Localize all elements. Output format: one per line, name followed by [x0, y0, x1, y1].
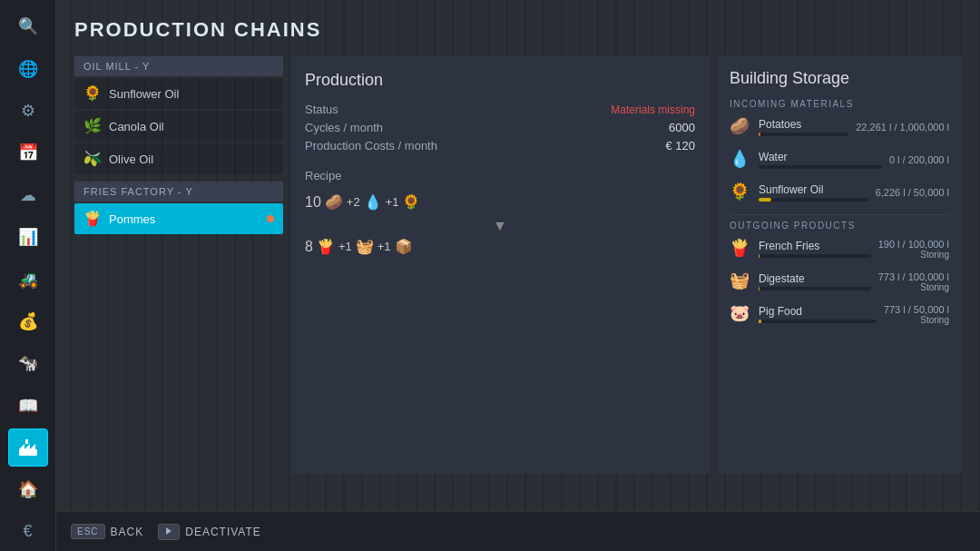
recipe-title: Recipe	[305, 169, 695, 182]
back-button[interactable]: ESC BACK	[71, 524, 143, 539]
potato-name: Potatoes	[759, 118, 848, 131]
money-icon: 💰	[18, 311, 38, 331]
sidebar-item-factory[interactable]	[8, 428, 48, 467]
sidebar-item-tractor[interactable]: 🚜	[8, 260, 48, 298]
costs-row: Production Costs / month € 120	[305, 139, 695, 153]
fries-bar-wrap	[759, 254, 871, 258]
cycles-row: Cycles / month 6000	[305, 121, 695, 134]
plus2: +2	[347, 195, 360, 209]
potato-amount: 10	[305, 194, 321, 211]
chain-item-pommes-label: Pommes	[109, 212, 155, 226]
deactivate-button[interactable]: DEACTIVATE	[158, 524, 261, 540]
chain-item-canola-oil[interactable]: 🌿 Canola Oil	[74, 111, 283, 142]
water-name: Water	[759, 151, 882, 163]
out-plus1a: +1	[338, 240, 352, 253]
water-storage-icon: 💧	[730, 149, 751, 171]
globe-icon: 🌐	[18, 59, 38, 79]
production-panel: Production Status Materials missing Cycl…	[290, 56, 710, 474]
water-qty: 0 l / 200,000 l	[889, 154, 949, 165]
sidebar-item-euro[interactable]: €	[8, 513, 48, 551]
sunflower-icon: 🌻	[83, 84, 102, 103]
deactivate-label: DEACTIVATE	[185, 526, 261, 538]
storage-divider	[730, 214, 949, 215]
svg-rect-4	[25, 439, 28, 444]
gear-icon: ⚙	[21, 101, 35, 121]
outgoing-label: OUTGOING PRODUCTS	[730, 221, 949, 231]
back-key: ESC	[71, 524, 105, 539]
calendar-icon: 📅	[18, 143, 38, 162]
potato-icon: 🥔	[325, 193, 343, 211]
pigfood-bar-wrap	[759, 320, 877, 323]
back-label: BACK	[111, 526, 144, 538]
arrow-right-icon	[164, 526, 173, 536]
sidebar-item-money[interactable]: 💰	[8, 302, 48, 340]
alert-dot	[267, 215, 274, 222]
digestate-info: Digestate	[759, 272, 871, 290]
digestate-bar	[759, 287, 760, 290]
water-info: Water	[759, 151, 882, 169]
search-icon: 🔍	[18, 16, 38, 36]
recipe-outputs: 8 🍟 +1 🧺 +1 📦	[305, 238, 695, 255]
fries-name: French Fries	[759, 240, 871, 252]
tractor-icon: 🚜	[18, 270, 38, 290]
potato-qty: 22,261 l / 1,000,000 l	[856, 122, 949, 133]
sunflower-bar-wrap	[759, 198, 868, 202]
cycles-value: 6000	[669, 121, 695, 134]
olive-icon: 🫒	[83, 150, 102, 168]
sidebar-item-book[interactable]: 📖	[8, 387, 48, 425]
group-header-oil-mill: OIL MILL - Y	[74, 56, 283, 76]
svg-marker-2	[24, 444, 30, 449]
potato-bar	[759, 133, 760, 136]
deactivate-key	[158, 524, 180, 540]
output-fries-icon: 🍟	[317, 238, 335, 255]
sunflower-name: Sunflower Oil	[759, 183, 868, 196]
costs-value: € 120	[665, 139, 695, 153]
sidebar-item-cow[interactable]: 🐄	[8, 344, 48, 382]
page-title: PRODUCTION CHAINS	[74, 18, 962, 42]
chain-item-sunflower-oil[interactable]: 🌻 Sunflower Oil	[74, 78, 283, 109]
sunflower-bar	[759, 198, 771, 202]
sunflower-qty: 6,226 l / 50,000 l	[876, 187, 949, 198]
sidebar-item-globe[interactable]: 🌐	[8, 49, 48, 87]
chain-item-olive-oil-label: Olive Oil	[109, 153, 153, 166]
building-icon: 🏠	[18, 479, 38, 499]
factory-icon	[17, 437, 39, 458]
sidebar-item-calendar[interactable]: 📅	[8, 133, 48, 172]
storage-item-french-fries: 🍟 French Fries 190 l / 100,000 l Storing	[730, 238, 949, 265]
chains-panel: OIL MILL - Y 🌻 Sunflower Oil 🌿 Canola Oi…	[74, 56, 283, 474]
svg-rect-0	[19, 449, 37, 456]
storage-panel: Building Storage INCOMING MATERIALS 🥔 Po…	[717, 56, 962, 474]
chart-icon: 📊	[18, 227, 38, 247]
digestate-qty: 773 l / 100,000 l	[878, 271, 949, 282]
water-bar-wrap	[759, 165, 882, 169]
output-digestate-icon: 🧺	[356, 238, 374, 255]
storage-item-potatoes: 🥔 Potatoes 22,261 l / 1,000,000 l	[730, 116, 949, 143]
chain-item-pommes[interactable]: 🍟 Pommes	[74, 203, 283, 234]
arrow-down-icon: ▼	[493, 218, 507, 234]
canola-icon: 🌿	[83, 117, 102, 135]
chain-item-olive-oil[interactable]: 🫒 Olive Oil	[74, 143, 283, 174]
sidebar-item-settings[interactable]: ⚙	[8, 92, 48, 130]
status-value: Materials missing	[611, 103, 695, 116]
main-content: PRODUCTION CHAINS OIL MILL - Y 🌻 Sunflow…	[56, 0, 980, 551]
fries-qty: 190 l / 100,000 l	[878, 239, 949, 250]
pigfood-info: Pig Food	[759, 305, 877, 323]
sunflower-oil-icon: 🌻	[402, 193, 420, 211]
pigfood-name: Pig Food	[759, 305, 877, 318]
water-drop-icon: 💧	[364, 193, 382, 211]
digestate-name: Digestate	[759, 272, 871, 285]
euro-icon: €	[23, 522, 32, 541]
potato-info: Potatoes	[759, 118, 848, 136]
sidebar-item-search[interactable]: 🔍	[8, 7, 48, 45]
sidebar-item-chart[interactable]: 📊	[8, 218, 48, 256]
cloud-icon: ☁	[20, 185, 36, 205]
storage-title: Building Storage	[730, 69, 949, 88]
pigfood-storage-icon: 🐷	[730, 303, 751, 325]
sidebar-item-building[interactable]: 🏠	[8, 470, 48, 508]
potato-bar-wrap	[759, 133, 848, 136]
costs-label: Production Costs / month	[305, 139, 437, 153]
output-pigfood-icon: 📦	[395, 238, 413, 255]
pigfood-qty: 773 l / 50,000 l	[884, 304, 949, 315]
sidebar-item-cloud[interactable]: ☁	[8, 176, 48, 214]
fries-status: Storing	[878, 250, 949, 260]
